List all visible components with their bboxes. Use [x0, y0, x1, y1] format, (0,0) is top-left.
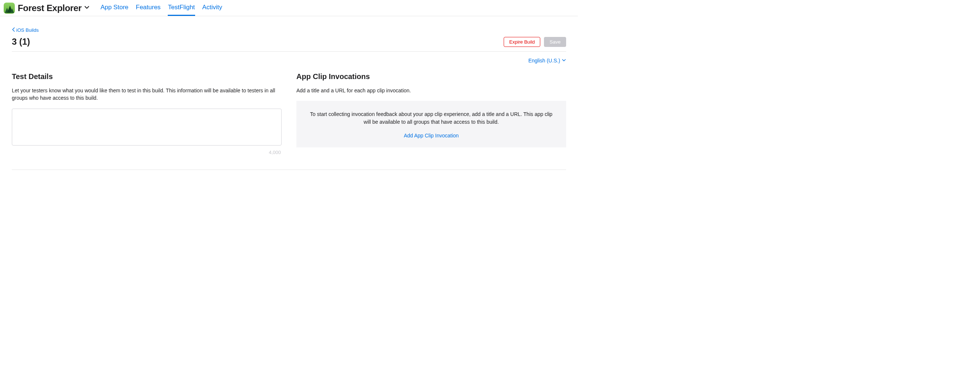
test-details-section: Test Details Let your testers know what … [12, 72, 282, 148]
back-link[interactable]: iOS Builds [12, 27, 39, 33]
divider [12, 170, 566, 170]
app-clip-desc: Add a title and a URL for each app clip … [296, 87, 566, 94]
chevron-down-icon [562, 58, 566, 63]
language-select[interactable]: English (U.S.) [528, 58, 566, 63]
back-link-label: iOS Builds [16, 27, 39, 33]
tab-testflight[interactable]: TestFlight [168, 0, 196, 16]
app-clip-title: App Clip Invocations [296, 72, 566, 81]
language-row: English (U.S.) [12, 52, 566, 72]
build-title: 3 (1) [12, 36, 30, 47]
app-clip-section: App Clip Invocations Add a title and a U… [296, 72, 566, 148]
page-content: iOS Builds 3 (1) Expire Build Save Engli… [0, 16, 578, 170]
save-button: Save [544, 37, 566, 47]
app-header: Forest Explorer App Store Features TestF… [0, 0, 578, 16]
test-details-textarea-wrap: 4,000 [12, 109, 282, 147]
app-title: Forest Explorer [18, 3, 82, 13]
add-app-clip-invocation-link[interactable]: Add App Clip Invocation [307, 133, 555, 138]
invocation-info: To start collecting invocation feedback … [307, 110, 555, 126]
tab-app-store[interactable]: App Store [100, 0, 129, 16]
char-count: 4,000 [269, 149, 281, 155]
tab-activity[interactable]: Activity [202, 0, 223, 16]
test-details-title: Test Details [12, 72, 282, 81]
test-details-desc: Let your testers know what you would lik… [12, 87, 282, 102]
columns: Test Details Let your testers know what … [12, 72, 566, 148]
language-label: English (U.S.) [528, 58, 560, 63]
test-details-textarea[interactable] [12, 109, 282, 146]
chevron-down-icon [84, 5, 90, 12]
chevron-left-icon [12, 27, 16, 33]
title-row: 3 (1) Expire Build Save [12, 36, 566, 52]
title-actions: Expire Build Save [504, 37, 566, 47]
expire-build-button[interactable]: Expire Build [504, 37, 540, 47]
tab-features[interactable]: Features [135, 0, 161, 16]
app-switcher[interactable]: Forest Explorer [4, 3, 90, 14]
invocation-box: To start collecting invocation feedback … [296, 101, 566, 148]
main-tabs: App Store Features TestFlight Activity [100, 0, 223, 16]
app-icon [4, 3, 15, 14]
